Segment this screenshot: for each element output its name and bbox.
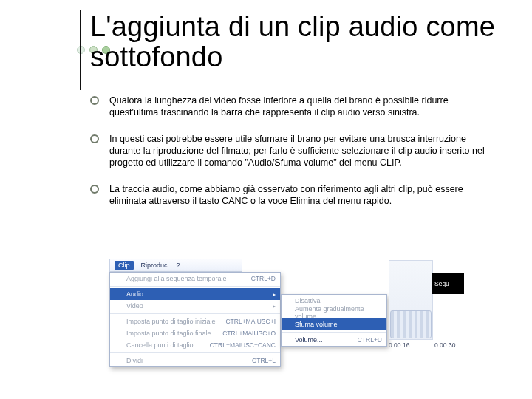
menu-item-label: Sfuma volume <box>295 321 338 328</box>
menu-item-label: Dividi <box>126 357 143 364</box>
menu-item-audio[interactable]: Audio ▸ <box>110 288 280 300</box>
bullet-text: In questi casi potrebbe essere utile sfu… <box>109 133 489 168</box>
submenu-item-sfuma[interactable]: Sfuma volume <box>282 318 386 330</box>
menu-item-label: Disattiva <box>295 297 321 304</box>
menu-item-label: Aumenta gradualmente volume <box>295 305 382 320</box>
menu-item-label: Video <box>126 302 143 310</box>
bullet-text: La traccia audio, come abbiamo già osser… <box>109 183 489 207</box>
menu-item-shortcut: CTRL+MAIUSC+CANC <box>210 341 276 349</box>
sequence-panel: Sequ <box>432 273 464 294</box>
clip-dropdown[interactable]: Aggiungi alla sequenza temporale CTRL+D … <box>109 272 281 367</box>
chevron-right-icon: ▸ <box>273 303 276 310</box>
timeline-timestamp: 0.00.30 <box>434 341 455 349</box>
menu-separator <box>110 313 280 314</box>
title-divider <box>80 10 81 90</box>
menu-item-taglio-iniziale[interactable]: Imposta punto di taglio iniziale CTRL+MA… <box>110 316 280 327</box>
bullet-item: La traccia audio, come abbiamo già osser… <box>90 183 489 207</box>
menu-item-taglio-finale[interactable]: Imposta punto di taglio finale CTRL+MAIU… <box>110 327 280 339</box>
menu-item-label: Volume... <box>295 336 323 344</box>
submenu-item-volume[interactable]: Volume... CTRL+U <box>282 334 386 346</box>
menu-item-aggiungi[interactable]: Aggiungi alla sequenza temporale CTRL+D <box>110 273 280 284</box>
bullet-item: In questi casi potrebbe essere utile sfu… <box>90 133 489 168</box>
timeline-timestamp: 0.00.16 <box>389 341 409 349</box>
sequence-label: Sequ <box>434 280 449 287</box>
bullet-text: Qualora la lunghezza del video fosse inf… <box>109 95 489 118</box>
bullet-icon <box>90 185 99 194</box>
embedded-screenshot: Clip Riproduci ? Aggiungi alla sequenza … <box>109 259 434 369</box>
menu-item-label: Cancella punti di taglio <box>126 341 194 349</box>
menu-riproduci[interactable]: Riproduci <box>141 262 169 269</box>
submenu-item-aumenta[interactable]: Aumenta gradualmente volume <box>282 307 386 318</box>
slide-title: L'aggiunta di un clip audio come sottofo… <box>90 12 504 72</box>
menu-item-shortcut: CTRL+MAIUSC+O <box>222 330 276 337</box>
menu-help[interactable]: ? <box>177 262 180 269</box>
menu-item-label: Imposta punto di taglio iniziale <box>126 318 216 325</box>
menubar[interactable]: Clip Riproduci ? <box>109 259 242 272</box>
menu-item-label: Aggiungi alla sequenza temporale <box>126 275 227 282</box>
menu-clip[interactable]: Clip <box>115 261 134 270</box>
menu-item-dividi[interactable]: Dividi CTRL+L <box>110 355 280 366</box>
menu-item-shortcut: CTRL+D <box>251 275 276 282</box>
bullet-icon <box>90 96 99 105</box>
menu-item-cancella-punti[interactable]: Cancella punti di taglio CTRL+MAIUSC+CAN… <box>110 339 280 351</box>
menu-item-shortcut: CTRL+U <box>358 336 382 344</box>
menu-separator <box>110 286 280 287</box>
bullet-item: Qualora la lunghezza del video fosse inf… <box>90 95 489 118</box>
film-thumbnail-icon <box>390 310 432 338</box>
menu-item-label: Audio <box>126 290 143 298</box>
chevron-right-icon: ▸ <box>273 291 276 298</box>
menu-item-shortcut: CTRL+L <box>252 357 276 364</box>
slide-body: Qualora la lunghezza del video fosse inf… <box>90 95 489 222</box>
menu-item-label: Imposta punto di taglio finale <box>126 330 211 337</box>
menu-separator <box>110 352 280 353</box>
audio-submenu[interactable]: Disattiva Aumenta gradualmente volume Sf… <box>281 294 387 347</box>
menu-item-shortcut: CTRL+MAIUSC+I <box>225 318 276 325</box>
menu-item-video[interactable]: Video ▸ <box>110 300 280 312</box>
bullet-icon <box>90 134 99 143</box>
menu-separator <box>282 332 386 332</box>
